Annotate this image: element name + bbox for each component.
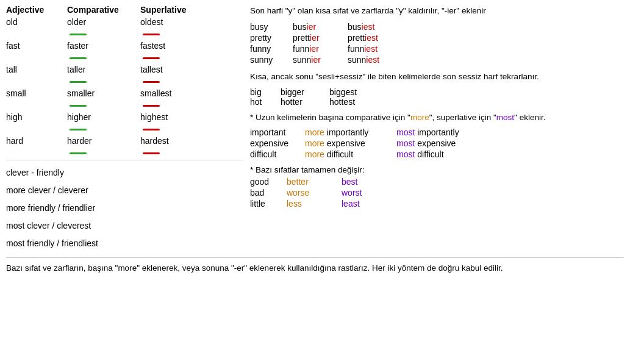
y-superlative: prettiest bbox=[348, 33, 403, 43]
long-comparative: more importantly bbox=[305, 127, 396, 137]
y-adjective: sunny bbox=[250, 55, 293, 65]
y-comparative: sunnier bbox=[293, 55, 348, 65]
long-word-row: important more importantly most importan… bbox=[250, 127, 624, 137]
irr-superlative: best bbox=[342, 177, 396, 187]
long-superlative: most difficult bbox=[396, 149, 488, 159]
adjective-word: small bbox=[6, 88, 67, 98]
irr-comparative: better bbox=[287, 177, 342, 187]
y-word-row: pretty prettier prettiest bbox=[250, 33, 624, 43]
irr-adjective: bad bbox=[250, 188, 287, 198]
green-underline-comp bbox=[70, 105, 87, 107]
irregular-word-row: good better best bbox=[250, 177, 624, 187]
adjective-word: high bbox=[6, 112, 67, 122]
note1-text: Bazı sıfat ve zarfların, başına "more" e… bbox=[6, 262, 624, 275]
adjective-word: tall bbox=[6, 65, 67, 74]
long-adjective: important bbox=[250, 127, 305, 137]
comparative-word: smaller bbox=[67, 88, 140, 98]
y-superlative: sunniest bbox=[348, 55, 403, 65]
y-comparative: prettier bbox=[293, 33, 348, 43]
cons-word-row: big bigger biggest bbox=[250, 87, 624, 97]
irr-comparative: worse bbox=[287, 188, 342, 198]
adjective-word: fast bbox=[6, 41, 67, 51]
adjective-word: hard bbox=[6, 136, 67, 146]
y-comparative: busier bbox=[293, 22, 348, 32]
green-underline-comp bbox=[70, 34, 87, 35]
word-row: small smaller smallest bbox=[6, 88, 244, 109]
comparative-word: harder bbox=[67, 136, 140, 146]
adjective-word: old bbox=[6, 17, 67, 27]
superlative-word: smallest bbox=[140, 88, 213, 98]
red-underline-sup bbox=[143, 105, 160, 107]
y-superlative: funniest bbox=[348, 44, 403, 54]
rule3-text: * Uzun kelimelerin başına comparative iç… bbox=[250, 112, 624, 124]
cons-adjective: hot bbox=[250, 97, 281, 107]
word-row: tall taller tallest bbox=[6, 65, 244, 85]
y-adjective: funny bbox=[250, 44, 293, 54]
cons-comparative: hotter bbox=[281, 97, 329, 107]
long-comparative: more difficult bbox=[305, 149, 396, 159]
irr-adjective: good bbox=[250, 177, 287, 187]
comparative-word: faster bbox=[67, 41, 140, 51]
cons-superlative: hottest bbox=[329, 97, 378, 107]
word-row: fast faster fastest bbox=[6, 41, 244, 61]
rule2-text: Kısa, ancak sonu "sesli+sessiz" ile bite… bbox=[250, 71, 624, 83]
red-underline-sup bbox=[143, 152, 160, 154]
header-superlative: Superlative bbox=[140, 5, 213, 15]
green-underline-comp bbox=[70, 57, 87, 59]
left-example: more friendly / friendlier bbox=[6, 202, 244, 215]
irr-superlative: worst bbox=[342, 188, 396, 198]
cons-comparative: bigger bbox=[281, 87, 329, 97]
rule4-text: * Bazı sıfatlar tamamen değişir: bbox=[250, 165, 624, 174]
superlative-word: fastest bbox=[140, 41, 213, 51]
red-underline-sup bbox=[143, 34, 160, 35]
rule1-text: Son harfi "y" olan kısa sıfat ve zarflar… bbox=[250, 5, 624, 17]
long-superlative: most expensive bbox=[396, 138, 488, 148]
superlative-word: highest bbox=[140, 112, 213, 122]
cons-adjective: big bbox=[250, 87, 281, 97]
long-adjective: expensive bbox=[250, 138, 305, 148]
header-comparative: Comparative bbox=[67, 5, 140, 15]
left-example: most friendly / friendliest bbox=[6, 237, 244, 250]
y-superlative: busiest bbox=[348, 22, 403, 32]
word-row: hard harder hardest bbox=[6, 136, 244, 156]
irr-comparative: less bbox=[287, 199, 342, 209]
irregular-word-row: little less least bbox=[250, 199, 624, 209]
cons-word-row: hot hotter hottest bbox=[250, 97, 624, 107]
comparative-word: older bbox=[67, 17, 140, 27]
y-word-row: funny funnier funniest bbox=[250, 44, 624, 54]
red-underline-sup bbox=[143, 81, 160, 83]
word-row: old older oldest bbox=[6, 17, 244, 37]
red-underline-sup bbox=[143, 129, 160, 130]
word-row: high higher highest bbox=[6, 112, 244, 132]
long-word-row: difficult more difficult most difficult bbox=[250, 149, 624, 159]
left-example: most clever / cleverest bbox=[6, 219, 244, 232]
red-underline-sup bbox=[143, 57, 160, 59]
superlative-word: oldest bbox=[140, 17, 213, 27]
header-adjective: Adjective bbox=[6, 5, 67, 15]
irregular-word-row: bad worse worst bbox=[250, 188, 624, 198]
superlative-word: hardest bbox=[140, 136, 213, 146]
irr-adjective: little bbox=[250, 199, 287, 209]
y-word-row: busy busier busiest bbox=[250, 22, 624, 32]
long-superlative: most importantly bbox=[396, 127, 488, 137]
long-adjective: difficult bbox=[250, 149, 305, 159]
y-comparative: funnier bbox=[293, 44, 348, 54]
y-adjective: pretty bbox=[250, 33, 293, 43]
cons-superlative: biggest bbox=[329, 87, 378, 97]
long-comparative: more expensive bbox=[305, 138, 396, 148]
green-underline-comp bbox=[70, 81, 87, 83]
left-example: more clever / cleverer bbox=[6, 184, 244, 197]
comparative-word: taller bbox=[67, 65, 140, 74]
long-word-row: expensive more expensive most expensive bbox=[250, 138, 624, 148]
green-underline-comp bbox=[70, 129, 87, 130]
irr-superlative: least bbox=[342, 199, 396, 209]
comparative-word: higher bbox=[67, 112, 140, 122]
y-adjective: busy bbox=[250, 22, 293, 32]
y-word-row: sunny sunnier sunniest bbox=[250, 55, 624, 65]
left-example: clever - friendly bbox=[6, 166, 244, 179]
green-underline-comp bbox=[70, 152, 87, 154]
superlative-word: tallest bbox=[140, 65, 213, 74]
